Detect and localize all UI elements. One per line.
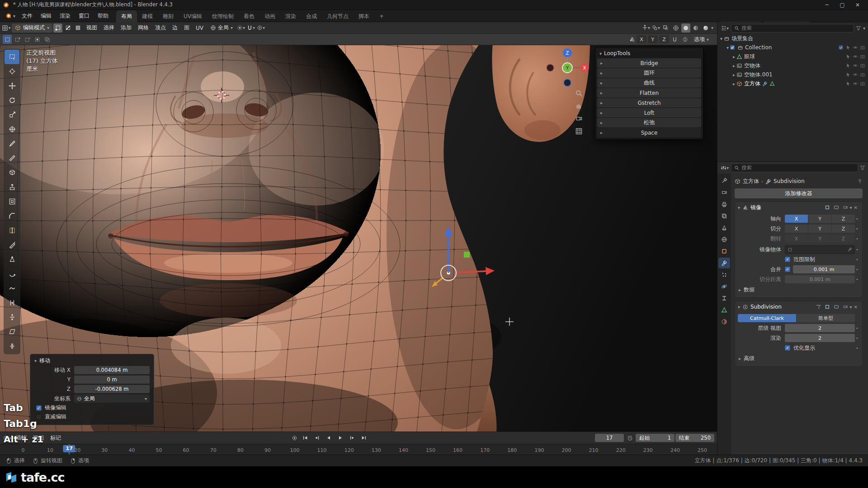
properties-editor-type-button[interactable]: ▾ xyxy=(720,163,729,172)
subdivision-modifier-name[interactable]: Subdivision xyxy=(750,304,782,310)
clipping-checkbox[interactable]: ✓ xyxy=(785,257,790,262)
expand-chevron-icon[interactable]: ▾ xyxy=(726,45,729,50)
object-properties-tab[interactable] xyxy=(718,246,730,257)
subdivision-cage-toggle[interactable] xyxy=(814,302,823,311)
next-keyframe-button[interactable] xyxy=(347,433,358,442)
levels-render-field[interactable]: 2 xyxy=(785,334,855,342)
cursor-toggle-icon[interactable] xyxy=(845,72,851,77)
looptools-item-flatten[interactable]: ▸Flatten xyxy=(597,88,701,98)
eye-toggle-icon[interactable] xyxy=(853,81,858,86)
edge-select-mode-button[interactable] xyxy=(63,23,72,33)
mesh-menu[interactable]: 网格 xyxy=(135,24,152,32)
play-reverse-button[interactable] xyxy=(323,433,334,442)
face-menu[interactable]: 面 xyxy=(181,24,193,32)
levels-viewport-field[interactable]: 2 xyxy=(785,324,855,332)
bisect-y-button[interactable]: Y xyxy=(808,225,831,233)
outliner-row-empty-001[interactable]: ▸空物体.001 xyxy=(717,70,868,79)
cam-toggle-icon[interactable] xyxy=(860,45,865,50)
file-menu[interactable]: 文件 xyxy=(18,10,37,22)
nav-minus-z-ball[interactable] xyxy=(564,79,571,86)
mode-selector[interactable]: 编辑模式▾ xyxy=(12,23,52,33)
help-menu[interactable]: 帮助 xyxy=(94,10,113,22)
looptools-item-circle[interactable]: ▸圆环 xyxy=(597,68,701,78)
jump-end-button[interactable] xyxy=(359,433,369,442)
catmull-clark-button[interactable]: Catmull-Clark xyxy=(738,314,796,322)
xray-toggle-button[interactable] xyxy=(661,23,670,33)
use-preview-range-icon[interactable] xyxy=(625,435,635,441)
overlays-button[interactable]: ▾ xyxy=(651,23,660,33)
transform-settings-icon[interactable] xyxy=(681,35,690,44)
outliner-search-input[interactable] xyxy=(741,25,851,31)
move-field-value-1[interactable]: 0 m xyxy=(74,375,150,384)
jump-start-button[interactable] xyxy=(300,433,311,442)
options-menu[interactable]: 选项▾ xyxy=(691,35,712,44)
outliner-options-icon[interactable]: ▾ xyxy=(863,26,865,31)
breadcrumb-pin-icon[interactable] xyxy=(857,178,863,184)
render-menu[interactable]: 渲染 xyxy=(56,10,75,22)
collection-checkbox[interactable] xyxy=(730,45,735,50)
cam-toggle-icon[interactable] xyxy=(860,63,865,68)
select-mode-extend-button[interactable] xyxy=(13,35,22,44)
looptools-item-gstretch[interactable]: ▸Gstretch xyxy=(597,98,701,108)
shading-material-button[interactable] xyxy=(691,23,700,33)
merge-checkbox[interactable]: ✓ xyxy=(785,267,790,272)
view-menu[interactable]: 视图 xyxy=(83,24,100,32)
eye-toggle-icon[interactable] xyxy=(853,54,858,59)
cursor-toggle-icon[interactable] xyxy=(845,45,851,50)
workspace-tab-shading[interactable]: 着色 xyxy=(239,10,259,22)
breadcrumb-object[interactable]: 立方体 xyxy=(743,178,759,185)
workspace-tab-geometry-nodes[interactable]: 几何节点 xyxy=(322,10,354,22)
auto-keying-button[interactable] xyxy=(290,433,299,442)
grid-toggle-icon[interactable] xyxy=(575,127,583,135)
eye-toggle-icon[interactable] xyxy=(853,63,858,68)
measure-tool-button[interactable] xyxy=(5,151,19,165)
workspace-tab-animation[interactable]: 动画 xyxy=(259,10,280,22)
view-layer-properties-tab[interactable] xyxy=(718,211,730,221)
close-button[interactable]: ✕ xyxy=(850,0,865,10)
flip-x-button[interactable]: X xyxy=(785,235,808,243)
workspace-tab-sculpting[interactable]: 雕刻 xyxy=(158,10,179,22)
looptools-item-bridge[interactable]: ▸Bridge xyxy=(597,58,701,68)
zoom-icon[interactable] xyxy=(575,89,583,97)
rip-region-tool-button[interactable] xyxy=(5,339,19,353)
cursor-toggle-icon[interactable] xyxy=(845,81,851,86)
flip-z-button[interactable]: Z xyxy=(832,235,855,243)
show-gizmo-button[interactable]: ▾ xyxy=(642,23,651,33)
expand-chevron-icon[interactable]: ▸ xyxy=(733,72,735,77)
subdivision-close-icon[interactable]: ✕ xyxy=(852,305,859,310)
subdivision-advanced-subpanel[interactable]: ▸高级 xyxy=(738,354,859,363)
3d-viewport[interactable]: 正交前视图 (17) 立方体 厘米 Z X Y ▾LoopTools xyxy=(0,45,717,432)
outliner-row-collection[interactable]: ▾Collection xyxy=(717,43,868,52)
output-properties-tab[interactable] xyxy=(718,199,730,210)
expand-chevron-icon[interactable]: ▸ xyxy=(733,81,735,86)
physics-properties-tab[interactable] xyxy=(718,281,730,292)
breadcrumb-modifier[interactable]: Subdivision xyxy=(774,178,805,184)
expand-chevron-icon[interactable]: ▸ xyxy=(733,63,735,68)
shading-rendered-button[interactable] xyxy=(701,23,710,33)
subdivision-realtime-toggle[interactable] xyxy=(832,302,841,311)
looptools-item-relax[interactable]: ▸松弛 xyxy=(597,118,701,127)
axis-x-button[interactable]: X xyxy=(785,215,808,223)
select-mode-intersect-button[interactable] xyxy=(42,35,52,44)
play-button[interactable] xyxy=(335,433,346,442)
move-field-value-2[interactable]: -0.000628 m xyxy=(74,385,150,393)
move-tool-button[interactable] xyxy=(5,79,19,93)
scale-tool-button[interactable] xyxy=(5,108,19,122)
workspace-tab-layout[interactable]: 布局 xyxy=(116,10,137,22)
extrude-tool-button[interactable] xyxy=(5,180,19,194)
properties-filter-icon[interactable] xyxy=(860,165,865,170)
transform-orientation-selector[interactable]: 全局▾ xyxy=(208,23,236,33)
outliner-row-scene-collection[interactable]: ▾场景集合 xyxy=(717,34,868,43)
shrink-fatten-tool-button[interactable] xyxy=(5,310,19,324)
annotate-tool-button[interactable] xyxy=(5,136,19,151)
world-properties-tab[interactable] xyxy=(718,234,730,245)
mirror-editing-checkbox[interactable]: ✓ xyxy=(36,405,42,411)
orientation-dropdown[interactable]: 全局▾ xyxy=(74,394,150,403)
outliner-search-box[interactable] xyxy=(731,24,854,33)
prev-keyframe-button[interactable] xyxy=(311,433,322,442)
bisect-z-button[interactable]: Z xyxy=(832,225,855,233)
looptools-item-loft[interactable]: ▸Loft xyxy=(597,108,701,117)
mirror-y-button[interactable]: Y xyxy=(648,35,658,43)
constraints-properties-tab[interactable] xyxy=(718,293,730,304)
scene-properties-tab[interactable] xyxy=(718,222,730,233)
